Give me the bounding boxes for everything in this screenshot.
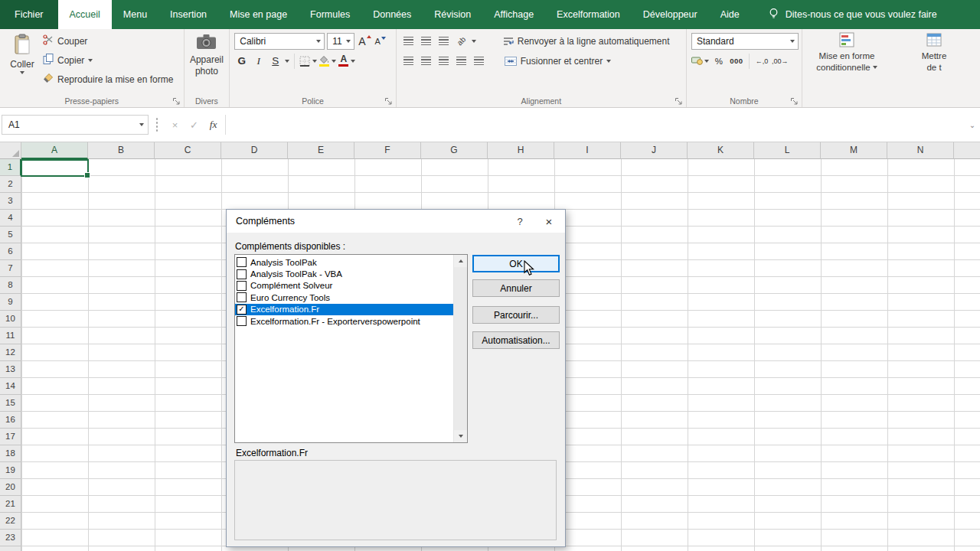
column-header-L[interactable]: L xyxy=(754,142,821,159)
orientation-button[interactable] xyxy=(454,34,469,49)
scroll-thumb[interactable] xyxy=(454,267,467,430)
row-header-21[interactable]: 21 xyxy=(0,496,21,513)
column-header-partial[interactable] xyxy=(954,142,980,159)
align-top-button[interactable] xyxy=(401,34,416,49)
browse-button[interactable]: Parcourir... xyxy=(472,306,560,324)
wrap-text-button[interactable]: Renvoyer à la ligne automatiquement xyxy=(503,36,670,47)
column-header-B[interactable]: B xyxy=(88,142,155,159)
column-header-A[interactable]: A xyxy=(21,142,88,159)
decrease-decimal-button[interactable]: ,00→ xyxy=(772,53,789,70)
help-button[interactable]: ? xyxy=(507,216,533,227)
align-bottom-button[interactable] xyxy=(436,34,452,49)
decrease-font-size-button[interactable] xyxy=(374,33,386,50)
alignment-dialog-launcher-icon[interactable] xyxy=(675,95,684,104)
column-header-K[interactable]: K xyxy=(688,142,754,159)
copy-button[interactable]: Copier xyxy=(43,51,173,70)
tab-revision[interactable]: Révision xyxy=(423,0,482,29)
conditional-formatting-button[interactable]: Mise en forme conditionnelle xyxy=(810,32,884,73)
percent-style-button[interactable]: % xyxy=(711,53,727,70)
column-header-J[interactable]: J xyxy=(621,142,688,159)
row-header-4[interactable]: 4 xyxy=(0,210,21,227)
row-cells[interactable] xyxy=(21,159,980,176)
cancel-entry-button[interactable]: × xyxy=(165,115,185,135)
font-dialog-launcher-icon[interactable] xyxy=(384,95,394,104)
align-center-button[interactable] xyxy=(419,54,434,69)
fill-color-button[interactable] xyxy=(319,53,329,70)
formula-input[interactable] xyxy=(228,115,965,135)
addin-item[interactable]: Excelformation.Fr - Exporterverspowerpoi… xyxy=(235,315,453,327)
increase-indent-button[interactable] xyxy=(472,54,487,69)
fill-handle[interactable] xyxy=(84,172,90,178)
tab-donnees[interactable]: Données xyxy=(361,0,423,29)
selected-cell[interactable] xyxy=(21,159,89,177)
enter-entry-button[interactable]: ✓ xyxy=(185,115,204,135)
checkbox-icon[interactable] xyxy=(237,269,247,279)
addin-item[interactable]: Analysis ToolPak - VBA xyxy=(235,268,453,279)
tab-affichage[interactable]: Affichage xyxy=(482,0,545,29)
column-header-F[interactable]: F xyxy=(354,142,421,159)
row-header-7[interactable]: 7 xyxy=(0,260,21,277)
chevron-down-icon[interactable] xyxy=(312,60,317,63)
row-header-11[interactable]: 11 xyxy=(0,328,21,344)
tab-aide[interactable]: Aide xyxy=(709,0,751,29)
decrease-indent-button[interactable] xyxy=(454,54,469,69)
chevron-down-icon[interactable] xyxy=(351,60,355,63)
addin-item[interactable]: Euro Currency Tools xyxy=(235,292,453,303)
name-box[interactable]: A1 xyxy=(2,115,149,135)
row-header-19[interactable]: 19 xyxy=(0,462,21,479)
ok-button[interactable]: OK xyxy=(472,255,560,272)
row-header-5[interactable]: 5 xyxy=(0,227,21,243)
formula-bar-grip[interactable] xyxy=(155,117,158,132)
number-format-combo[interactable]: Standard xyxy=(691,33,799,50)
checkbox-icon[interactable] xyxy=(237,257,247,267)
bold-button[interactable]: G xyxy=(234,53,249,70)
row-header-24[interactable]: 24 xyxy=(0,546,21,551)
increase-font-size-button[interactable] xyxy=(357,33,371,50)
row-header-23[interactable]: 23 xyxy=(0,530,21,546)
checkbox-icon[interactable] xyxy=(237,316,247,326)
tab-developpeur[interactable]: Développeur xyxy=(632,0,709,29)
select-all-corner[interactable] xyxy=(0,142,21,159)
checkbox-icon[interactable]: ✓ xyxy=(237,305,247,315)
italic-button[interactable]: I xyxy=(251,53,266,70)
close-button[interactable]: × xyxy=(533,215,565,228)
listbox-scrollbar[interactable] xyxy=(453,255,467,442)
column-header-N[interactable]: N xyxy=(887,142,954,159)
chevron-down-icon[interactable] xyxy=(332,60,336,63)
number-dialog-launcher-icon[interactable] xyxy=(790,95,799,104)
column-header-H[interactable]: H xyxy=(488,142,554,159)
increase-decimal-button[interactable]: ←,0 xyxy=(754,53,769,70)
row-header-10[interactable]: 10 xyxy=(0,311,21,328)
row-header-1[interactable]: 1 xyxy=(0,159,21,176)
cancel-button[interactable]: Annuler xyxy=(472,279,560,297)
tab-menu[interactable]: Menu xyxy=(112,0,158,29)
underline-button[interactable]: S xyxy=(268,53,283,70)
clipboard-dialog-launcher-icon[interactable] xyxy=(172,95,181,104)
camera-button[interactable]: Appareil photo xyxy=(185,29,230,77)
row-header-8[interactable]: 8 xyxy=(0,277,21,294)
borders-button[interactable] xyxy=(299,53,310,70)
row-header-17[interactable]: 17 xyxy=(0,429,21,445)
addin-item[interactable]: Analysis ToolPak xyxy=(235,256,453,268)
scroll-up-icon[interactable] xyxy=(454,255,467,267)
column-header-I[interactable]: I xyxy=(554,142,621,159)
chevron-down-icon[interactable] xyxy=(285,60,289,63)
align-right-button[interactable] xyxy=(436,54,452,69)
tell-me-box[interactable]: Dites-nous ce que vous voulez faire xyxy=(768,0,937,29)
row-header-2[interactable]: 2 xyxy=(0,176,21,193)
tab-excelformation[interactable]: Excelformation xyxy=(545,0,632,29)
insert-function-button[interactable]: fx xyxy=(204,115,223,135)
automation-button[interactable]: Automatisation... xyxy=(472,331,560,349)
font-name-combo[interactable]: Calibri xyxy=(234,33,325,50)
addin-item[interactable]: ✓Excelformation.Fr xyxy=(235,304,453,315)
chevron-down-icon[interactable] xyxy=(472,40,476,43)
align-middle-button[interactable] xyxy=(419,34,434,49)
scroll-down-icon[interactable] xyxy=(454,430,467,442)
cut-button[interactable]: Couper xyxy=(43,31,173,51)
column-header-D[interactable]: D xyxy=(221,142,288,159)
column-header-M[interactable]: M xyxy=(821,142,887,159)
checkbox-icon[interactable] xyxy=(237,281,247,291)
font-color-button[interactable] xyxy=(338,53,348,70)
checkbox-icon[interactable] xyxy=(237,292,247,302)
tab-mise-en-page[interactable]: Mise en page xyxy=(218,0,299,29)
